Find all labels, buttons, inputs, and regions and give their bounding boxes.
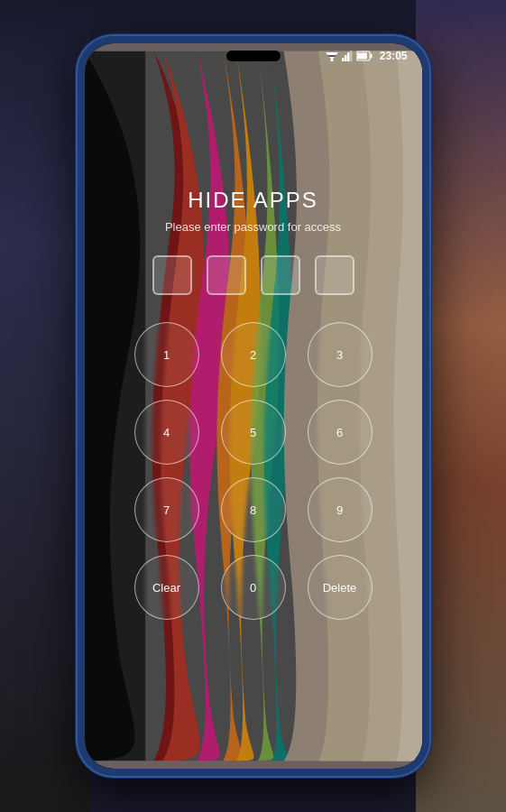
key-4[interactable]: 4 <box>134 400 199 465</box>
battery-icon <box>356 51 373 61</box>
svg-rect-7 <box>342 58 345 61</box>
key-9[interactable]: 9 <box>308 477 373 542</box>
signal-icon <box>342 51 353 61</box>
keypad-row-3: 7 8 9 <box>134 477 373 542</box>
svg-rect-13 <box>357 53 367 60</box>
main-content: HIDE APPS Please enter password for acce… <box>85 43 422 769</box>
svg-rect-9 <box>347 52 350 61</box>
pwd-dot-4 <box>315 255 354 295</box>
status-icons: 23:05 <box>326 50 408 62</box>
key-6[interactable]: 6 <box>308 400 373 465</box>
pwd-dot-2 <box>207 255 246 295</box>
phone-screen: 23:05 HIDE APPS Please enter password fo… <box>85 43 422 769</box>
app-subtitle: Please enter password for access <box>165 220 341 234</box>
keypad: 1 2 3 4 5 6 7 8 9 Clear <box>134 322 373 620</box>
bg-right <box>416 0 506 812</box>
key-0[interactable]: 0 <box>221 555 286 620</box>
key-5[interactable]: 5 <box>221 400 286 465</box>
phone-frame: 23:05 HIDE APPS Please enter password fo… <box>78 36 429 776</box>
key-3[interactable]: 3 <box>308 322 373 387</box>
svg-rect-8 <box>345 55 347 61</box>
key-8[interactable]: 8 <box>221 477 286 542</box>
key-7[interactable]: 7 <box>134 477 199 542</box>
app-title: HIDE APPS <box>188 188 318 213</box>
status-time: 23:05 <box>380 50 408 62</box>
pwd-dot-1 <box>152 255 192 295</box>
key-2[interactable]: 2 <box>221 322 286 387</box>
wifi-icon <box>326 51 338 61</box>
keypad-row-2: 4 5 6 <box>134 400 373 465</box>
svg-rect-10 <box>350 51 353 61</box>
key-clear[interactable]: Clear <box>134 555 199 620</box>
svg-point-6 <box>330 60 333 62</box>
key-1[interactable]: 1 <box>134 322 199 387</box>
pwd-dot-3 <box>261 255 300 295</box>
camera-notch <box>226 51 281 61</box>
keypad-row-4: Clear 0 Delete <box>134 555 373 620</box>
power-button <box>428 224 429 278</box>
password-dots <box>152 255 354 295</box>
key-delete[interactable]: Delete <box>308 555 373 620</box>
keypad-row-1: 1 2 3 <box>134 322 373 387</box>
svg-rect-12 <box>370 54 372 59</box>
